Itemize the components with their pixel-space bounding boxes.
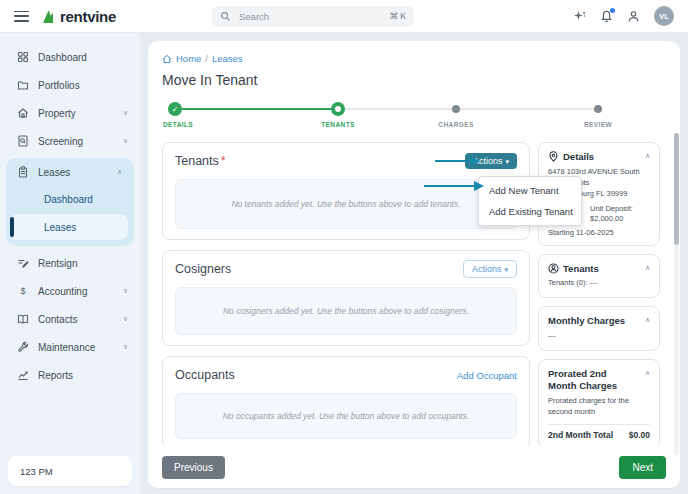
chevron-down-icon: ∨ bbox=[123, 137, 128, 145]
add-occupant-link[interactable]: Add Occupant bbox=[457, 370, 517, 381]
sidebar-item-screening[interactable]: Screening ∨ bbox=[0, 127, 140, 155]
sidebar-item-maintenance[interactable]: Maintenance ∨ bbox=[0, 333, 140, 361]
search-input[interactable] bbox=[237, 10, 383, 23]
cosigners-actions-button[interactable]: Actions▾ bbox=[463, 260, 517, 278]
scrollbar-track bbox=[674, 133, 679, 455]
sidebar-item-property[interactable]: Property ∨ bbox=[0, 99, 140, 127]
step-charges-dot[interactable] bbox=[452, 105, 460, 113]
tenants-summary-card: Tenants ∧ Tenants (0): --- bbox=[538, 254, 660, 299]
step-label-charges: CHARGES bbox=[438, 121, 473, 128]
chart-reports-icon bbox=[17, 369, 29, 381]
sidebar-item-label: Contacts bbox=[38, 314, 77, 325]
sidebar-subitem-label: Dashboard bbox=[44, 194, 93, 205]
lease-starting-date: Starting 11-06-2025 bbox=[548, 228, 650, 237]
unit-deposit-label: Unit Deposit: bbox=[590, 204, 650, 213]
sidebar-item-label: Maintenance bbox=[38, 342, 95, 353]
sidebar-item-label: Accounting bbox=[38, 286, 87, 297]
step-details-dot[interactable]: ✓ bbox=[168, 102, 182, 116]
breadcrumb-home-link[interactable]: Home bbox=[176, 53, 201, 64]
scrollbar-thumb[interactable] bbox=[674, 133, 679, 245]
chevron-down-icon: ∨ bbox=[123, 343, 128, 351]
sidebar-subitem-leases-dashboard[interactable]: Dashboard bbox=[12, 186, 128, 212]
tenants-actions-menu: Add New Tenant Add Existing Tenant bbox=[478, 176, 582, 226]
clipboard-icon bbox=[17, 166, 29, 178]
home-icon bbox=[162, 54, 172, 64]
previous-button[interactable]: Previous bbox=[162, 456, 225, 479]
step-label-details: DETAILS bbox=[163, 121, 193, 128]
tenants-count-text: Tenants (0): --- bbox=[548, 278, 650, 289]
cosigners-empty-state: No cosigners added yet. Use the buttons … bbox=[175, 287, 517, 335]
sidebar-item-label: Screening bbox=[38, 136, 83, 147]
sidebar-item-label: Leases bbox=[38, 167, 70, 178]
brand-logo[interactable]: rentvine bbox=[41, 8, 116, 25]
home-property-icon bbox=[17, 107, 29, 119]
person-circle-icon bbox=[548, 263, 559, 274]
cosigners-section: Cosigners Actions▾ No cosigners added ye… bbox=[162, 250, 530, 346]
monthly-charges-card: Monthly Charges ∧ --- bbox=[538, 306, 660, 351]
cosigners-section-title: Cosigners bbox=[175, 262, 231, 276]
step-tenants-dot[interactable] bbox=[331, 102, 345, 116]
sidebar-subitem-leases-leases[interactable]: Leases bbox=[10, 214, 128, 240]
divider bbox=[548, 424, 650, 425]
stepper-track-complete bbox=[175, 108, 338, 110]
tenants-section-title: Tenants* bbox=[175, 154, 226, 168]
details-card-title: Details bbox=[563, 151, 594, 163]
signature-icon bbox=[17, 257, 29, 269]
sidebar-item-contacts[interactable]: Contacts ∨ bbox=[0, 305, 140, 333]
chevron-up-icon[interactable]: ∧ bbox=[645, 263, 650, 272]
form-sections-column: Tenants* Actions▾ No tenants added yet. … bbox=[162, 142, 530, 476]
tenants-actions-button[interactable]: Actions▾ bbox=[465, 153, 517, 169]
occupants-empty-state: No occupants added yet. Use the button a… bbox=[175, 393, 517, 439]
menu-item-add-existing-tenant[interactable]: Add Existing Tenant bbox=[479, 201, 581, 222]
check-icon: ✓ bbox=[172, 105, 179, 114]
chevron-up-icon[interactable]: ∧ bbox=[645, 151, 650, 160]
chevron-up-icon[interactable]: ∧ bbox=[645, 368, 650, 377]
sidebar-item-leases[interactable]: Leases ∧ bbox=[6, 158, 134, 186]
notification-badge bbox=[610, 8, 615, 13]
notifications-bell-icon[interactable] bbox=[600, 10, 613, 23]
sidebar-item-label: Rentsign bbox=[38, 258, 77, 269]
sidebar-item-portfolios[interactable]: Portfolios bbox=[0, 71, 140, 99]
menu-item-add-new-tenant[interactable]: Add New Tenant bbox=[479, 180, 581, 201]
chevron-up-icon[interactable]: ∧ bbox=[645, 315, 650, 324]
monthly-charges-title: Monthly Charges bbox=[548, 315, 625, 327]
sidebar-item-reports[interactable]: Reports bbox=[0, 361, 140, 389]
sparkle-assistant-icon[interactable] bbox=[573, 10, 586, 23]
brand-mark-icon bbox=[41, 9, 56, 24]
monthly-charges-body: --- bbox=[548, 331, 650, 342]
occupants-section: Occupants Add Occupant No occupants adde… bbox=[162, 356, 530, 450]
search-shortcut: ⌘ K bbox=[389, 11, 406, 21]
second-month-total-value: $0.00 bbox=[629, 430, 650, 440]
search-icon bbox=[220, 11, 231, 22]
sidebar-group-leases: Leases ∧ Dashboard Leases bbox=[6, 158, 134, 246]
top-bar: rentvine ⌘ K VL bbox=[0, 0, 688, 33]
global-search[interactable]: ⌘ K bbox=[212, 6, 414, 27]
location-pin-icon bbox=[548, 151, 559, 162]
sidebar-subitem-label: Leases bbox=[44, 222, 76, 233]
next-button[interactable]: Next bbox=[619, 456, 666, 479]
folder-icon bbox=[17, 79, 29, 91]
company-label: 123 PM bbox=[8, 456, 132, 486]
content-panel: Home / Leases Move In Tenant ✓ DETAILS T… bbox=[148, 41, 680, 488]
sidebar-item-dashboard[interactable]: Dashboard bbox=[0, 43, 140, 71]
sidebar-item-accounting[interactable]: $ Accounting ∨ bbox=[0, 277, 140, 305]
step-label-tenants: TENANTS bbox=[321, 121, 355, 128]
breadcrumb: Home / Leases bbox=[162, 53, 660, 64]
prorated-charges-description: Prorated charges for the second month bbox=[548, 396, 650, 418]
prorated-charges-card: Prorated 2nd Month Charges ∧ Prorated ch… bbox=[538, 359, 660, 449]
document-search-icon bbox=[17, 135, 29, 147]
sidebar-item-rentsign[interactable]: Rentsign bbox=[0, 249, 140, 277]
sidebar-item-label: Reports bbox=[38, 370, 73, 381]
unit-deposit-value: $2,000.00 bbox=[590, 214, 650, 223]
main-area: Home / Leases Move In Tenant ✓ DETAILS T… bbox=[140, 33, 688, 494]
dollar-icon: $ bbox=[17, 285, 29, 297]
caret-down-icon: ▾ bbox=[504, 266, 508, 273]
second-month-total-label: 2nd Month Total bbox=[548, 430, 613, 440]
menu-toggle-icon[interactable] bbox=[14, 11, 29, 22]
user-avatar[interactable]: VL bbox=[654, 6, 674, 26]
chevron-down-icon: ∨ bbox=[123, 315, 128, 323]
contact-person-icon[interactable] bbox=[627, 10, 640, 23]
breadcrumb-leases-link[interactable]: Leases bbox=[212, 53, 243, 64]
step-review-dot[interactable] bbox=[594, 105, 602, 113]
tenants-section: Tenants* Actions▾ No tenants added yet. … bbox=[162, 142, 530, 240]
